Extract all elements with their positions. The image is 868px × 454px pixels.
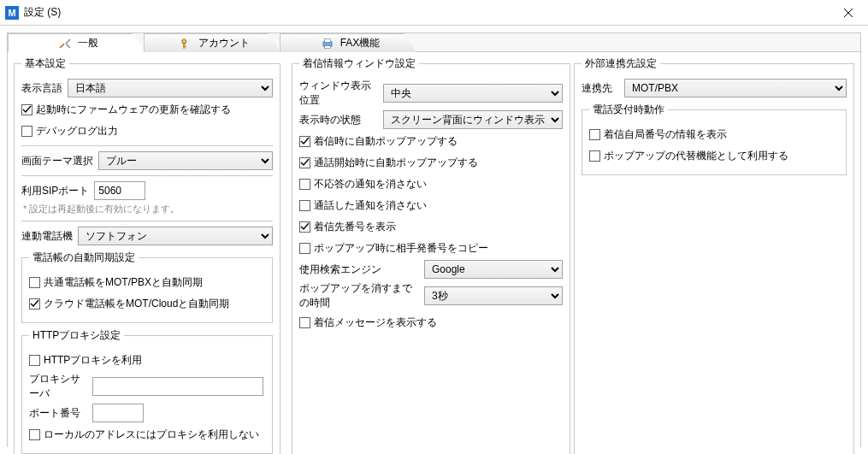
svg-point-5 [183, 40, 185, 42]
group-incoming-legend: 着信情報ウィンドウ設定 [299, 56, 419, 71]
use-alt-checkbox[interactable]: ポップアップの代替機能として利用する [589, 149, 788, 163]
show-own-checkbox[interactable]: 着信自局番号の情報を表示 [589, 127, 727, 142]
window-state-select[interactable]: スクリーン背面にウィンドウ表示 [383, 110, 563, 129]
group-phonebook-sync-legend: 電話帳の自動同期設定 [29, 251, 139, 265]
app-icon: M [5, 6, 19, 20]
common-sync-label: 共通電話帳をMOT/PBXと自動同期 [44, 275, 203, 290]
common-sync-checkbox[interactable]: 共通電話帳をMOT/PBXと自動同期 [29, 275, 203, 290]
svg-text:M: M [8, 8, 15, 18]
divider [21, 175, 273, 176]
window-state-label: 表示時の状態 [299, 113, 378, 127]
search-engine-label: 使用検索エンジン [299, 262, 419, 277]
no-local-proxy-checkbox[interactable]: ローカルのアドレスにはプロキシを利用しない [29, 427, 259, 442]
tab-strip: 一般 アカウント FAX機能 [8, 33, 860, 52]
dismiss-time-label: ポップアップを消すまでの時間 [299, 281, 419, 310]
auto-popup-on-call-label: 通話開始時に自動ポップアップする [314, 156, 478, 170]
group-external-legend: 外部連携先設定 [582, 56, 660, 71]
proxy-port-input[interactable] [92, 404, 144, 422]
show-message-label: 着信メッセージを表示する [314, 315, 437, 330]
phone-select[interactable]: ソフトフォン [78, 227, 273, 245]
group-incoming-action-legend: 電話受付時動作 [589, 103, 668, 117]
divider [21, 221, 273, 221]
group-external: 外部連携先設定 連携先 MOT/PBX 電話受付時動作 着信自局番号の情報を表示 [574, 56, 854, 454]
proxy-server-input[interactable] [92, 377, 263, 396]
debug-log-label: デバッグログ出力 [36, 124, 118, 139]
phone-label: 連動電話機 [21, 229, 73, 244]
svg-rect-9 [324, 38, 330, 42]
auto-popup-checkbox[interactable]: 着信時に自動ポップアップする [299, 134, 458, 149]
cloud-sync-label: クラウド電話帳をMOT/Cloudと自動同期 [44, 297, 229, 311]
tab-account[interactable]: アカウント [144, 33, 280, 52]
tab-account-label: アカウント [198, 36, 250, 50]
use-proxy-checkbox[interactable]: HTTPプロキシを利用 [29, 353, 142, 368]
window-position-select[interactable]: 中央 [383, 84, 563, 103]
tab-general-label: 一般 [78, 36, 98, 50]
theme-label: 画面テーマ選択 [21, 154, 93, 168]
use-alt-label: ポップアップの代替機能として利用する [604, 149, 788, 163]
window-close-button[interactable] [830, 1, 866, 25]
auto-popup-label: 着信時に自動ポップアップする [314, 134, 458, 149]
tab-general[interactable]: 一般 [8, 33, 145, 52]
show-own-label: 着信自局番号の情報を表示 [604, 127, 727, 142]
window-position-label: ウィンドウ表示位置 [299, 79, 378, 108]
proxy-server-label: プロキシサーバ [29, 372, 87, 401]
startup-firmware-checkbox[interactable]: 起動時にファームウェアの更新を確認する [21, 103, 231, 117]
no-local-proxy-label: ローカルのアドレスにはプロキシを利用しない [44, 427, 259, 442]
startup-firmware-label: 起動時にファームウェアの更新を確認する [36, 103, 231, 117]
show-message-checkbox[interactable]: 着信メッセージを表示する [299, 315, 437, 330]
svg-rect-10 [324, 45, 330, 48]
tab-fax-label: FAX機能 [340, 36, 381, 50]
copy-caller-checkbox[interactable]: ポップアップ時に相手発番号をコピー [299, 241, 488, 256]
tab-fax[interactable]: FAX機能 [280, 33, 416, 52]
group-http-proxy-legend: HTTPプロキシ設定 [29, 328, 124, 343]
proxy-port-label: ポート番号 [29, 406, 87, 421]
keep-noanswer-checkbox[interactable]: 不応答の通知を消さない [299, 177, 427, 192]
external-dest-label: 連携先 [582, 81, 619, 96]
group-phonebook-sync: 電話帳の自動同期設定 共通電話帳をMOT/PBXと自動同期 クラウド電話帳をMO… [21, 251, 273, 323]
close-icon [844, 9, 853, 17]
display-language-select[interactable]: 日本語 [68, 79, 273, 97]
svg-rect-6 [183, 43, 185, 48]
sip-port-input[interactable] [94, 181, 145, 200]
display-language-label: 表示言語 [21, 81, 62, 96]
show-caller-label: 着信先番号を表示 [314, 220, 396, 234]
group-incoming: 着信情報ウィンドウ設定 ウィンドウ表示位置 中央 表示時の状態 スクリーン背面に… [292, 56, 570, 454]
keep-talked-label: 通話した通知を消さない [314, 198, 427, 213]
group-basic-legend: 基本設定 [21, 56, 69, 71]
cloud-sync-checkbox[interactable]: クラウド電話帳をMOT/Cloudと自動同期 [29, 297, 229, 311]
debug-log-checkbox[interactable]: デバッグログ出力 [21, 124, 118, 139]
sip-port-note: * 設定は再起動後に有効になります。 [23, 203, 273, 215]
key-icon [180, 38, 192, 50]
show-caller-checkbox[interactable]: 着信先番号を表示 [299, 220, 396, 234]
fax-icon [322, 38, 334, 50]
external-dest-select[interactable]: MOT/PBX [624, 79, 847, 97]
window-title: 設定 (S) [24, 5, 61, 20]
svg-rect-7 [185, 45, 186, 46]
use-proxy-label: HTTPプロキシを利用 [44, 353, 142, 368]
keep-talked-checkbox[interactable]: 通話した通知を消さない [299, 198, 427, 213]
copy-caller-label: ポップアップ時に相手発番号をコピー [314, 241, 488, 256]
group-http-proxy: HTTPプロキシ設定 HTTPプロキシを利用 プロキシサーバ ポート番号 [21, 328, 273, 454]
theme-select[interactable]: ブルー [98, 151, 273, 170]
auto-popup-on-call-checkbox[interactable]: 通話開始時に自動ポップアップする [299, 156, 478, 170]
sip-port-label: 利用SIPポート [21, 184, 89, 198]
divider [21, 145, 273, 146]
group-incoming-action: 電話受付時動作 着信自局番号の情報を表示 ポップアップの代替機能として利用する [582, 103, 847, 175]
search-engine-select[interactable]: Google [424, 260, 563, 279]
group-basic: 基本設定 表示言語 日本語 起動時にファームウェアの更新を確認する [14, 56, 280, 454]
dismiss-time-select[interactable]: 3秒 [424, 286, 563, 305]
tools-icon [59, 38, 71, 50]
keep-noanswer-label: 不応答の通知を消さない [314, 177, 427, 192]
